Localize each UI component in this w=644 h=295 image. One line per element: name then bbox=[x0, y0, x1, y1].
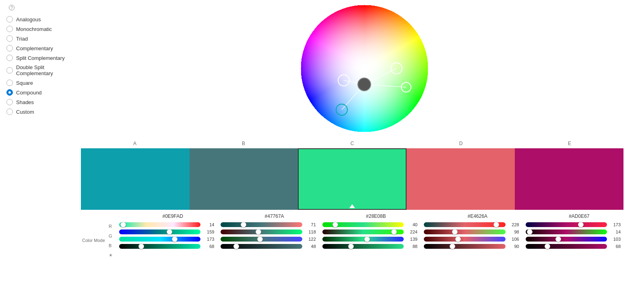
col-label-E: E bbox=[515, 141, 624, 146]
slider-value-A-b: 173 bbox=[203, 237, 214, 242]
radio-label-shades: Shades bbox=[16, 99, 34, 105]
slider-value-B-r: 71 bbox=[305, 222, 316, 227]
slider-thumb-B-g bbox=[256, 229, 261, 235]
swatch-D[interactable] bbox=[407, 148, 515, 210]
slider-track-A-b[interactable] bbox=[119, 237, 200, 242]
main-content: ABCDE #0E9FAD#47767A#28E08B#E4626A#AD0E6… bbox=[85, 0, 644, 295]
slider-track-D-g[interactable] bbox=[424, 229, 505, 234]
radio-label-complementary: Complementary bbox=[16, 45, 53, 51]
slider-row-D-g: 98 bbox=[424, 229, 519, 234]
selected-swatch-indicator bbox=[349, 204, 355, 208]
slider-track-A-g[interactable] bbox=[119, 229, 200, 234]
hex-labels-row: #0E9FAD#47767A#28E08B#E4626A#AD0E67 bbox=[80, 213, 624, 219]
slider-value-D-g: 98 bbox=[508, 229, 519, 234]
slider-thumb-B-br bbox=[233, 244, 239, 249]
swatch-A[interactable] bbox=[81, 148, 190, 210]
radio-compound[interactable]: Compound bbox=[6, 88, 78, 97]
swatch-C[interactable] bbox=[298, 148, 407, 210]
slider-thumb-D-br bbox=[450, 244, 455, 249]
slider-track-D-b[interactable] bbox=[424, 237, 505, 242]
hex-label-A: #0E9FAD bbox=[116, 213, 217, 219]
radio-label-triad: Triad bbox=[16, 36, 28, 42]
hex-label-D: #E4626A bbox=[421, 213, 522, 219]
slider-track-C-br[interactable] bbox=[322, 244, 404, 249]
radio-triad[interactable]: Triad bbox=[6, 34, 78, 43]
slider-track-B-b[interactable] bbox=[221, 237, 302, 242]
help-icon[interactable]: ? bbox=[9, 5, 14, 10]
slider-col-B: 7111812248 bbox=[217, 222, 319, 259]
slider-thumb-A-r bbox=[120, 222, 126, 227]
slider-row-E-g: 14 bbox=[526, 229, 621, 234]
slider-track-E-r[interactable] bbox=[526, 222, 607, 227]
slider-row-E-r: 173 bbox=[526, 222, 621, 227]
slider-value-D-b: 106 bbox=[508, 237, 519, 242]
slider-track-B-br[interactable] bbox=[221, 244, 302, 249]
slider-value-C-br: 88 bbox=[406, 244, 417, 249]
col-label-A: A bbox=[80, 141, 189, 146]
radio-complementary[interactable]: Complementary bbox=[6, 43, 78, 53]
radio-circle-analogous bbox=[6, 16, 13, 23]
slider-track-E-b[interactable] bbox=[526, 237, 607, 242]
slider-track-C-b[interactable] bbox=[322, 237, 404, 242]
slider-value-A-r: 14 bbox=[203, 222, 214, 227]
hex-label-E: #AD0E67 bbox=[522, 213, 624, 219]
slider-track-C-g[interactable] bbox=[322, 229, 404, 234]
radio-custom[interactable]: Custom bbox=[6, 107, 78, 117]
slider-track-E-br[interactable] bbox=[526, 244, 607, 249]
slider-thumb-A-br bbox=[138, 244, 144, 249]
slider-value-B-br: 48 bbox=[305, 244, 316, 249]
hex-label-B: #47767A bbox=[217, 213, 319, 219]
all-sliders: Color Mode R G B ☀ 141591736871118122484… bbox=[80, 222, 624, 259]
radio-double-split-complementary[interactable]: Double Split Complementary bbox=[6, 63, 78, 78]
slider-row-D-br: 90 bbox=[424, 244, 519, 249]
slider-thumb-E-br bbox=[545, 244, 550, 249]
swatch-B[interactable] bbox=[190, 148, 298, 210]
radio-circle-monochromatic bbox=[6, 26, 13, 32]
b-label: B bbox=[109, 242, 114, 249]
slider-track-E-g[interactable] bbox=[526, 229, 607, 234]
slider-row-C-br: 88 bbox=[322, 244, 417, 249]
radio-circle-shades bbox=[6, 99, 13, 105]
radio-split-complementary[interactable]: Split Complementary bbox=[6, 53, 78, 63]
slider-track-D-br[interactable] bbox=[424, 244, 505, 249]
slider-thumb-A-g bbox=[167, 229, 172, 235]
slider-value-C-r: 40 bbox=[406, 222, 417, 227]
slider-thumb-E-b bbox=[555, 236, 561, 242]
sidebar: ? AnalogousMonochromaticTriadComplementa… bbox=[0, 0, 85, 295]
radio-analogous[interactable]: Analogous bbox=[6, 14, 78, 24]
color-wheel[interactable] bbox=[300, 4, 429, 133]
radio-label-square: Square bbox=[16, 80, 33, 86]
slider-track-A-br[interactable] bbox=[119, 244, 200, 249]
slider-value-B-g: 118 bbox=[305, 229, 316, 234]
slider-col-E: 1731410368 bbox=[522, 222, 624, 259]
slider-row-A-g: 159 bbox=[119, 229, 214, 234]
slider-track-A-r[interactable] bbox=[119, 222, 200, 227]
hex-label-C: #28E08B bbox=[319, 213, 421, 219]
slider-value-D-br: 90 bbox=[508, 244, 519, 249]
slider-track-D-r[interactable] bbox=[424, 222, 505, 227]
slider-thumb-C-br bbox=[348, 244, 354, 249]
radio-label-split-complementary: Split Complementary bbox=[16, 55, 65, 61]
r-label: R bbox=[109, 223, 114, 230]
slider-channel-labels: R G B ☀ bbox=[109, 222, 116, 259]
slider-row-C-r: 40 bbox=[322, 222, 417, 227]
slider-thumb-A-b bbox=[172, 236, 178, 242]
slider-track-B-r[interactable] bbox=[221, 222, 302, 227]
slider-row-D-b: 106 bbox=[424, 237, 519, 242]
hex-spacer bbox=[80, 213, 116, 219]
slider-track-B-g[interactable] bbox=[221, 229, 302, 234]
radio-label-monochromatic: Monochromatic bbox=[16, 26, 52, 32]
radio-square[interactable]: Square bbox=[6, 78, 78, 88]
swatch-E[interactable] bbox=[515, 148, 623, 210]
col-label-C: C bbox=[298, 141, 407, 146]
slider-value-C-g: 224 bbox=[406, 229, 417, 234]
color-mode-label: Color Mode bbox=[82, 238, 109, 243]
radio-shades[interactable]: Shades bbox=[6, 97, 78, 107]
slider-row-B-b: 122 bbox=[221, 237, 316, 242]
slider-row-A-r: 14 bbox=[119, 222, 214, 227]
slider-track-C-r[interactable] bbox=[322, 222, 404, 227]
radio-circle-custom bbox=[6, 109, 13, 115]
slider-row-D-r: 228 bbox=[424, 222, 519, 227]
radio-monochromatic[interactable]: Monochromatic bbox=[6, 24, 78, 34]
color-mode-area: Color Mode bbox=[80, 222, 109, 259]
